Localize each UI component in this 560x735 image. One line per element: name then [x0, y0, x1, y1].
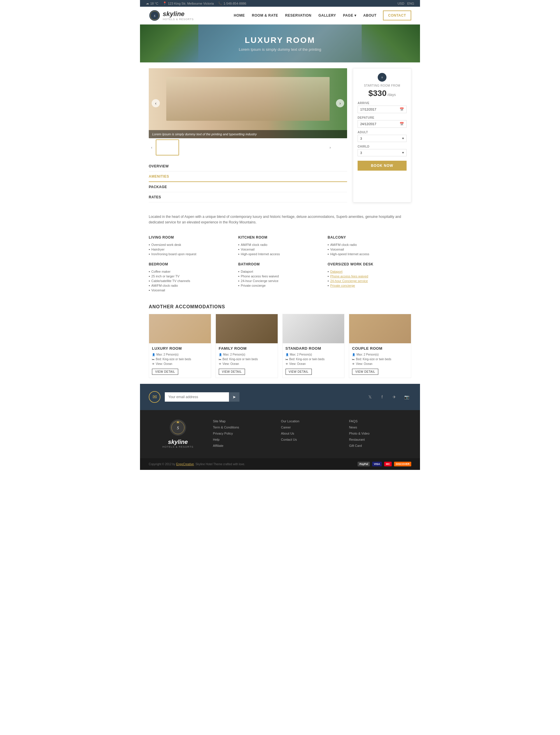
- thumb-prev[interactable]: ‹: [149, 145, 155, 151]
- thumbnail-strip: ‹ ›: [149, 139, 347, 155]
- svg-text:S: S: [177, 426, 179, 430]
- content-left: ‹ › Lorem Ipsum is simply dummy text of …: [149, 68, 347, 202]
- footer-link-terms[interactable]: Term & Conditions: [213, 426, 239, 429]
- room-card-family-image: [216, 314, 278, 343]
- adult-dropdown-icon: ▾: [402, 137, 404, 140]
- nav-room-rate[interactable]: ROOM & RATE: [251, 12, 279, 19]
- facebook-icon[interactable]: f: [377, 392, 387, 402]
- amenity-bedroom: BEDROOM Coffee maker 25 inch or larger T…: [149, 262, 232, 293]
- amenity-bathroom-title: BATHROOM: [238, 262, 322, 266]
- footer-link-privacy[interactable]: Privacy Policy: [213, 432, 233, 435]
- room-card-family-body: FAMILY ROOM Max: 2 Person(s) Bed: King-s…: [216, 343, 278, 378]
- weather-info: ☁ 18 °C: [146, 1, 158, 5]
- footer-logo-icon: S: [169, 419, 187, 436]
- thumbnail-7[interactable]: [303, 139, 326, 155]
- mastercard-icon: MC: [384, 462, 392, 466]
- footer-link-news[interactable]: News: [349, 426, 357, 429]
- tab-package[interactable]: PACKAGE: [149, 182, 347, 192]
- footer-link-help[interactable]: Help: [213, 438, 220, 441]
- list-item: 24-hour Concierge service: [328, 279, 411, 283]
- booking-panel: S STARTING ROOM FROM $330 /days ARRIVE 1…: [353, 68, 411, 202]
- couple-view-detail-button[interactable]: VIEW DETAIL: [352, 369, 378, 375]
- family-view-detail-button[interactable]: VIEW DETAIL: [219, 369, 245, 375]
- twitter-icon[interactable]: 𝕏: [365, 392, 375, 402]
- currency-selector[interactable]: USD: [398, 2, 404, 5]
- starting-from-label: STARTING ROOM FROM: [358, 84, 407, 87]
- footer-col-1: Site Map Term & Conditions Privacy Polic…: [213, 419, 275, 449]
- amenity-oversized-title: OVERSIZED WORK DESK: [328, 262, 411, 266]
- footer-link-giftcard[interactable]: Gift Card: [349, 444, 362, 447]
- nav-page[interactable]: PAGE ▾: [342, 12, 357, 19]
- price-per-day: /days: [387, 93, 396, 97]
- email-submit-button[interactable]: ➤: [229, 392, 239, 402]
- paypal-icon: PayPal: [358, 462, 370, 466]
- link-dataport[interactable]: Dataport: [330, 270, 342, 273]
- room-couple-persons: Max: 2 Person(s): [352, 352, 408, 357]
- view-icon: [352, 362, 355, 366]
- amenity-balcony-list: AM/FM clock radio Voicemail High-speed I…: [328, 242, 411, 256]
- top-bar-right: USD ENG: [398, 2, 414, 5]
- link-private-concierge[interactable]: Private concierge: [330, 284, 355, 287]
- tripadvisor-icon[interactable]: ✈: [390, 392, 399, 402]
- link-concierge[interactable]: 24-hour Concierge service: [330, 279, 368, 283]
- nav-contact[interactable]: CONTACT: [383, 11, 411, 20]
- amenities-grid: LIVING ROOM Oversized work desk Hairdrye…: [149, 235, 411, 293]
- footer-link-sitemap[interactable]: Site Map: [213, 419, 225, 423]
- person-icon: [219, 353, 222, 357]
- footer-link-restaurant[interactable]: Restaurant: [349, 438, 365, 441]
- nav-reservation[interactable]: RESERVATION: [285, 12, 312, 19]
- footer-link-location[interactable]: Our Location: [281, 419, 299, 423]
- instagram-icon[interactable]: 📷: [402, 392, 411, 402]
- list-item: Private concierge: [238, 283, 322, 288]
- bed-icon: [152, 357, 155, 361]
- thumbnail-4[interactable]: [229, 139, 253, 155]
- footer-link-faqs[interactable]: FAQS: [349, 419, 358, 423]
- luxury-view-detail-button[interactable]: VIEW DETAIL: [152, 369, 178, 375]
- departure-date-field[interactable]: 24/12/2017 📅: [358, 120, 407, 128]
- tab-amenities[interactable]: AMENITIES: [149, 171, 347, 182]
- nav-gallery[interactable]: GALLERY: [318, 12, 337, 19]
- arrive-calendar-icon: 📅: [400, 107, 404, 111]
- book-now-button[interactable]: BOOK NOW: [358, 161, 407, 171]
- footer-link-about[interactable]: About Us: [281, 432, 294, 435]
- gallery-caption: Lorem Ipsum is simply dummy text of the …: [149, 130, 347, 138]
- footer-link-affiliate[interactable]: Affiliate: [213, 444, 223, 447]
- gallery-prev-button[interactable]: ‹: [152, 99, 160, 107]
- tab-rates[interactable]: RATES: [149, 192, 347, 202]
- adult-select[interactable]: 3 ▾: [358, 135, 407, 142]
- copyright-text: Copyright © 2012 by EngoCreative. Skylin…: [149, 463, 245, 466]
- room-card-luxury-body: LUXURY ROOM Max: 2 Person(s) Bed: King-s…: [149, 343, 211, 378]
- room-card-family: FAMILY ROOM Max: 2 Person(s) Bed: King-s…: [216, 314, 278, 378]
- child-label: CHIRLD: [358, 145, 407, 148]
- room-standard-bed: Bed: King-size or twin beds: [286, 357, 342, 362]
- room-card-couple: COUPLE ROOM Max: 2 Person(s) Bed: King-s…: [349, 314, 411, 378]
- nav-home[interactable]: HOME: [233, 12, 246, 19]
- arrive-date-field[interactable]: 17/12/2017 📅: [358, 106, 407, 113]
- child-select[interactable]: 3 ▾: [358, 149, 407, 156]
- payment-icons: PayPal VISA MC DISCOVER: [358, 462, 411, 466]
- footer-link-career[interactable]: Career: [281, 426, 291, 429]
- accommodations-section: ANOTHER ACCOMMODATIONS LUXURY ROOM Max: …: [140, 298, 420, 384]
- tab-overview[interactable]: OVERVIEW: [149, 161, 347, 171]
- list-item: Dataport: [328, 269, 411, 274]
- thumbnail-6[interactable]: [278, 139, 302, 155]
- link-phone-fees[interactable]: Phone access fees waived: [330, 274, 368, 278]
- thumbnail-5[interactable]: [254, 139, 277, 155]
- amenity-bathroom-list: Dataport Phone access fees waived 24-hou…: [238, 269, 322, 288]
- footer-link-contact[interactable]: Contact Us: [281, 438, 297, 441]
- footer-link-photo[interactable]: Photo & Video: [349, 432, 370, 435]
- thumbnail-3[interactable]: [205, 139, 228, 155]
- newsletter-section: ✉ ➤ 𝕏 f ✈ 📷: [140, 384, 420, 410]
- thumbnail-1[interactable]: [156, 139, 179, 155]
- footer-brand-link[interactable]: EngoCreative: [176, 463, 194, 466]
- thumb-next[interactable]: ›: [327, 145, 333, 151]
- thumbnail-2[interactable]: [180, 139, 204, 155]
- room-standard-meta: Max: 2 Person(s) Bed: King-size or twin …: [286, 352, 342, 366]
- email-input[interactable]: [165, 392, 229, 402]
- nav-about[interactable]: ABOUT: [363, 12, 377, 19]
- booking-logo-icon: S: [378, 73, 386, 82]
- standard-view-detail-button[interactable]: VIEW DETAIL: [286, 369, 312, 375]
- gallery-next-button[interactable]: ›: [336, 99, 344, 107]
- amenity-living-room-list: Oversized work desk Hairdryer Iron/Ironi…: [149, 242, 232, 256]
- language-selector[interactable]: ENG: [407, 2, 414, 5]
